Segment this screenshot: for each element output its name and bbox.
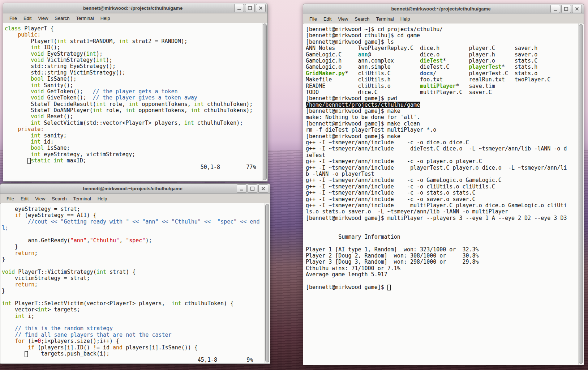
- minimize-button[interactable]: [550, 5, 560, 13]
- terminal-line: int PlayerT::SelectVictim(vector<PlayerT…: [2, 301, 270, 307]
- maximize-button[interactable]: [248, 184, 257, 193]
- terminal-line: [306, 278, 583, 284]
- terminal-line: GameLogic.C ann@ dice.o player.h saver.o: [306, 52, 583, 58]
- block-cursor: [27, 158, 31, 164]
- terminal-line: bool isSane;: [5, 145, 267, 151]
- menu-terminal[interactable]: Terminal: [73, 14, 97, 22]
- terminal-line: g++ -I ~tsmeyer/ann/include -c -o player…: [306, 158, 583, 165]
- terminal-line: Makefile cliUtils.h foo.txt realRun.txt …: [306, 77, 583, 83]
- terminal-line: victimStrategy = strat;: [2, 275, 270, 281]
- menu-edit[interactable]: Edit: [320, 15, 335, 23]
- scrollbar[interactable]: [262, 23, 267, 181]
- close-button[interactable]: [256, 4, 266, 12]
- terminal-line: return;: [2, 250, 270, 256]
- terminal-line: l;: [2, 225, 270, 231]
- window-title: bennett@mirkwood:~/projects/cthulhu/game: [334, 6, 548, 12]
- terminal-line: ann.GetReady("ann","Cthulhu", "spec");: [2, 238, 270, 244]
- terminal-content[interactable]: class PlayerT { public: PlayerT(int stra…: [4, 23, 267, 181]
- maximize-icon: [250, 186, 255, 191]
- terminal-line: ieTest: [306, 152, 583, 158]
- terminal-line: [2, 231, 270, 238]
- menu-terminal[interactable]: Terminal: [373, 15, 397, 23]
- menu-help[interactable]: Help: [97, 14, 113, 22]
- scrollbar[interactable]: [578, 24, 583, 365]
- terminal-window-vim-source: bennett@mirkwood:~/projects/cthulhu/game…: [0, 183, 270, 364]
- close-icon: [258, 6, 263, 10]
- terminal-line: g++ -I ~tsmeyer/ann/include -c -o cliUti…: [306, 184, 583, 190]
- vim-ruler: 50,1-877%: [5, 164, 267, 170]
- terminal-line: GameLogic.o ann.simple dieTest.C playerT…: [306, 64, 583, 70]
- vim-ruler: 45,1-89%: [2, 357, 270, 363]
- minimize-button[interactable]: [234, 4, 244, 12]
- terminal-line: ls.o stats.o saver.o -L ~tsmeyer/ann/lib…: [306, 209, 583, 215]
- maximize-button[interactable]: [245, 4, 255, 12]
- menu-terminal[interactable]: Terminal: [70, 195, 94, 203]
- menu-view[interactable]: View: [35, 14, 51, 22]
- menu-edit[interactable]: Edit: [17, 195, 32, 203]
- scrollbar-thumb[interactable]: [579, 24, 583, 364]
- terminal-line: }: [2, 256, 270, 263]
- terminal-content[interactable]: [bennett@mirkwood ~]$ cd projects/cthulh…: [304, 24, 583, 365]
- minimize-icon: [239, 186, 244, 191]
- terminal-line: vector<int> targets;: [2, 307, 270, 313]
- terminal-content[interactable]: eyeStrategy = strat; if (eyeStrategy == …: [1, 203, 270, 363]
- terminal-line: [306, 221, 583, 227]
- minimize-button[interactable]: [237, 184, 246, 193]
- terminal-line: for (i=0;i<players.size();i++) {: [2, 338, 270, 344]
- terminal-line: Player 1 [AI type 1, Random] won: 323/10…: [306, 247, 583, 253]
- block-cursor: [25, 351, 28, 357]
- terminal-line: void PlayerT::VictimStrategy(int strat) …: [2, 269, 270, 275]
- terminal-line: [bennett@mirkwood game]$: [306, 284, 583, 290]
- maximize-button[interactable]: [561, 5, 571, 13]
- terminal-line: README cliUtils.o multiPlayer* save.tim: [306, 83, 583, 89]
- ruler-cursor-position: 45,1-8: [198, 357, 217, 363]
- terminal-line: //cout << "Getting ready with " << "ann"…: [2, 219, 270, 225]
- menu-bar: FileEditViewSearchTerminalHelp: [3, 13, 267, 23]
- close-button[interactable]: [258, 184, 268, 193]
- terminal-line: int SelectVictim(std::vector<PlayerT> pl…: [5, 120, 267, 126]
- menu-search[interactable]: Search: [51, 14, 73, 22]
- terminal-line: rm -f dieTest playerTest multiPlayer *.o: [306, 127, 583, 133]
- menu-file[interactable]: File: [6, 14, 20, 22]
- terminal-line: [bennett@mirkwood game]$ make clean: [306, 121, 583, 127]
- menu-bar: FileEditViewSearchTerminalHelp: [0, 194, 270, 204]
- title-bar[interactable]: bennett@mirkwood:~/projects/cthulhu/game: [303, 4, 584, 14]
- terminal-line: b -lANN -o playerTest: [306, 171, 583, 177]
- terminal-line: [2, 294, 270, 300]
- maximize-icon: [564, 7, 568, 11]
- scrollbar-thumb[interactable]: [263, 24, 267, 180]
- menu-view[interactable]: View: [32, 195, 48, 203]
- terminal-line: Average game length 5.917: [306, 272, 583, 278]
- terminal-line: TODO dice.C multiPlayer.C saver.C: [306, 89, 583, 95]
- terminal-line: [2, 263, 270, 269]
- terminal-line: }: [2, 288, 270, 294]
- menu-help[interactable]: Help: [397, 15, 413, 23]
- title-bar[interactable]: bennett@mirkwood:~/projects/cthulhu/game: [0, 184, 270, 194]
- menu-file[interactable]: File: [3, 195, 17, 203]
- terminal-line: [bennett@mirkwood game]$ make: [306, 108, 583, 114]
- terminal-line: StateT DecideResult(int role, int oppone…: [5, 101, 267, 107]
- terminal-line: g++ -I ~tsmeyer/ann/include dieTest.C di…: [306, 146, 583, 152]
- menu-edit[interactable]: Edit: [20, 14, 35, 22]
- terminal-line: void VictimStrategy(int);: [5, 57, 267, 63]
- menu-search[interactable]: Search: [48, 195, 70, 203]
- menu-file[interactable]: File: [306, 15, 320, 23]
- terminal-window-shell: bennett@mirkwood:~/projects/cthulhu/game…: [303, 4, 584, 365]
- menu-help[interactable]: Help: [94, 195, 111, 203]
- scrollbar[interactable]: [265, 203, 270, 363]
- close-button[interactable]: [572, 5, 582, 13]
- window-buttons: [234, 4, 266, 12]
- terminal-line: g++ -I ~tsmeyer/ann/include -c -o saver.…: [306, 196, 583, 203]
- terminal-line: int sanity;: [5, 133, 267, 139]
- scrollbar-thumb[interactable]: [265, 204, 269, 362]
- terminal-line: std::string EyeStrategy();: [5, 63, 267, 69]
- terminal-line: int Sanity();: [5, 82, 267, 89]
- terminal-line: void GetToken(); // the player gets a to…: [5, 89, 267, 95]
- terminal-line: g++ -I ~tsmeyer/ann/include multiPlayer.…: [306, 203, 583, 209]
- title-bar[interactable]: bennett@mirkwood:~/projects/cthulhu/game: [3, 3, 267, 13]
- maximize-icon: [248, 6, 252, 10]
- close-icon: [575, 7, 579, 11]
- menu-view[interactable]: View: [335, 15, 351, 23]
- terminal-line: GridMaker.py* cliUtils.C docs/ playerTes…: [306, 71, 583, 77]
- menu-search[interactable]: Search: [351, 15, 373, 23]
